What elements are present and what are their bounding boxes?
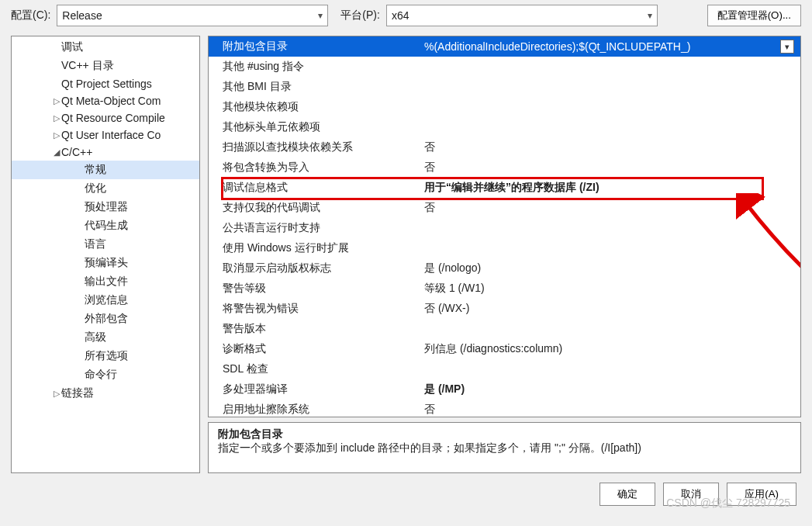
tree-item[interactable]: 语言 <box>12 235 199 254</box>
property-row[interactable]: 其他标头单元依赖项 <box>209 117 800 137</box>
property-value[interactable]: 否 <box>424 140 800 154</box>
tree-item-label: Qt User Interface Co <box>61 129 161 141</box>
expand-icon[interactable]: ▷ <box>52 96 61 106</box>
property-name: 扫描源以查找模块依赖关系 <box>223 140 424 154</box>
tree-item[interactable]: 命令行 <box>12 365 199 384</box>
property-row[interactable]: 警告版本 <box>209 319 800 339</box>
tree-item-label: Qt Meta-Object Com <box>61 95 161 107</box>
tree-item[interactable]: 常规 <box>12 161 199 179</box>
property-row[interactable]: 将包含转换为导入否 <box>209 157 800 178</box>
tree-item[interactable]: 高级 <box>12 328 199 347</box>
tree-item[interactable]: ◢C/C++ <box>12 144 199 161</box>
property-name: 附加包含目录 <box>223 40 424 54</box>
property-name: 其他模块依赖项 <box>223 100 424 114</box>
platform-label: 平台(P): <box>340 9 380 22</box>
config-combo[interactable]: Release ▾ <box>57 5 328 26</box>
config-label: 配置(C): <box>11 9 50 22</box>
property-value[interactable]: 是 (/MP) <box>424 382 800 396</box>
property-value[interactable]: 否 <box>424 201 800 215</box>
tree-item-label: 常规 <box>85 163 106 177</box>
property-value[interactable]: 用于“编辑并继续”的程序数据库 (/ZI) <box>424 181 800 195</box>
tree-item-label: 预处理器 <box>85 200 128 214</box>
tree-item[interactable]: ▷Qt Resource Compile <box>12 109 199 126</box>
right-pane: 附加包含目录%(AdditionalIncludeDirectories);$(… <box>208 36 801 473</box>
expand-icon[interactable]: ▷ <box>52 113 61 123</box>
expand-icon[interactable]: ▷ <box>52 130 61 140</box>
config-manager-button[interactable]: 配置管理器(O)... <box>707 5 801 26</box>
collapse-icon[interactable]: ◢ <box>52 147 61 157</box>
property-row[interactable]: 其他 BMI 目录 <box>209 77 800 97</box>
property-row[interactable]: 使用 Windows 运行时扩展 <box>209 238 800 258</box>
property-row[interactable]: SDL 检查 <box>209 359 800 379</box>
tree-item[interactable]: 所有选项 <box>12 347 199 365</box>
tree-item-label: 高级 <box>85 330 106 344</box>
tree-item-label: Qt Project Settings <box>61 78 152 90</box>
property-name: 将警告视为错误 <box>223 302 424 316</box>
tree-item[interactable]: 调试 <box>12 38 199 57</box>
property-row[interactable]: 扫描源以查找模块依赖关系否 <box>209 137 800 157</box>
top-bar: 配置(C): Release ▾ 平台(P): x64 ▾ 配置管理器(O)..… <box>0 0 812 31</box>
chevron-down-icon[interactable]: ▾ <box>780 40 794 54</box>
category-tree[interactable]: 调试VC++ 目录Qt Project Settings▷Qt Meta-Obj… <box>11 36 200 473</box>
watermark: CSDN @伐尘 728297725 <box>666 497 790 510</box>
property-row[interactable]: 启用地址擦除系统否 <box>209 400 800 417</box>
ok-button[interactable]: 确定 <box>599 483 655 506</box>
property-name: 启用地址擦除系统 <box>223 403 424 417</box>
platform-value: x64 <box>392 9 409 22</box>
property-name: 其他 BMI 目录 <box>223 80 424 94</box>
property-row[interactable]: 公共语言运行时支持 <box>209 218 800 238</box>
property-value[interactable]: 否 <box>424 161 800 175</box>
property-value[interactable]: %(AdditionalIncludeDirectories);$(Qt_INC… <box>424 40 800 54</box>
property-name: 将包含转换为导入 <box>223 161 424 175</box>
property-row[interactable]: 取消显示启动版权标志是 (/nologo) <box>209 258 800 279</box>
tree-item[interactable]: 代码生成 <box>12 216 199 235</box>
config-value: Release <box>62 9 102 22</box>
tree-item[interactable]: 预编译头 <box>12 254 199 272</box>
tree-item-label: 语言 <box>85 237 106 251</box>
property-value[interactable]: 等级 1 (/W1) <box>424 282 800 296</box>
property-row[interactable]: 支持仅我的代码调试否 <box>209 198 800 218</box>
property-name: 支持仅我的代码调试 <box>223 201 424 215</box>
tree-item[interactable]: 外部包含 <box>12 310 199 328</box>
platform-combo[interactable]: x64 ▾ <box>386 5 658 26</box>
property-grid[interactable]: 附加包含目录%(AdditionalIncludeDirectories);$(… <box>208 36 801 417</box>
property-row[interactable]: 多处理器编译是 (/MP) <box>209 379 800 400</box>
expand-icon[interactable]: ▷ <box>52 389 61 399</box>
description-pane: 附加包含目录 指定一个或多个要添加到 include 路径中的目录；如果指定多个… <box>208 422 801 473</box>
tree-item[interactable]: ▷Qt User Interface Co <box>12 126 199 144</box>
property-row[interactable]: 调试信息格式用于“编辑并继续”的程序数据库 (/ZI) <box>209 178 800 198</box>
property-row[interactable]: 将警告视为错误否 (/WX-) <box>209 299 800 319</box>
property-name: 公共语言运行时支持 <box>223 221 424 235</box>
tree-item[interactable]: VC++ 目录 <box>12 57 199 75</box>
property-value[interactable]: 否 <box>424 403 800 417</box>
tree-item-label: 浏览信息 <box>85 293 128 307</box>
tree-item-label: 优化 <box>85 182 106 196</box>
property-row[interactable]: 其他 #using 指令 <box>209 57 800 77</box>
property-name: SDL 检查 <box>223 362 424 376</box>
property-value[interactable]: 否 (/WX-) <box>424 302 800 316</box>
property-row[interactable]: 附加包含目录%(AdditionalIncludeDirectories);$(… <box>209 36 800 57</box>
tree-item-label: 外部包含 <box>85 312 128 326</box>
tree-item[interactable]: ▷Qt Meta-Object Com <box>12 92 199 109</box>
tree-item[interactable]: 输出文件 <box>12 272 199 291</box>
tree-item[interactable]: Qt Project Settings <box>12 75 199 92</box>
property-name: 调试信息格式 <box>223 181 424 195</box>
property-row[interactable]: 其他模块依赖项 <box>209 97 800 117</box>
main-area: 调试VC++ 目录Qt Project Settings▷Qt Meta-Obj… <box>0 31 812 473</box>
description-body: 指定一个或多个要添加到 include 路径中的目录；如果指定多个，请用 ";"… <box>218 441 791 455</box>
property-name: 取消显示启动版权标志 <box>223 261 424 275</box>
property-value[interactable]: 列信息 (/diagnostics:column) <box>424 342 800 356</box>
property-name: 警告等级 <box>223 282 424 296</box>
tree-item[interactable]: 优化 <box>12 179 199 198</box>
tree-item-label: Qt Resource Compile <box>61 112 165 124</box>
tree-item[interactable]: 浏览信息 <box>12 291 199 310</box>
tree-item[interactable]: ▷链接器 <box>12 384 199 403</box>
description-title: 附加包含目录 <box>218 427 791 441</box>
tree-item[interactable]: 预处理器 <box>12 198 199 216</box>
property-row[interactable]: 警告等级等级 1 (/W1) <box>209 279 800 299</box>
property-row[interactable]: 诊断格式列信息 (/diagnostics:column) <box>209 339 800 359</box>
tree-item-label: 预编译头 <box>85 256 128 270</box>
tree-item-label: 命令行 <box>85 368 117 382</box>
chevron-down-icon: ▾ <box>318 10 323 21</box>
property-value[interactable]: 是 (/nologo) <box>424 261 800 275</box>
